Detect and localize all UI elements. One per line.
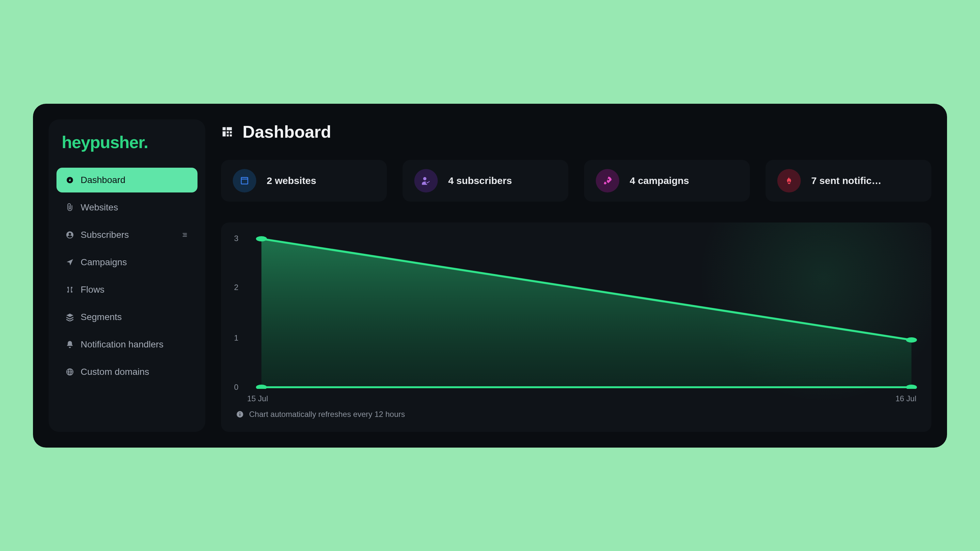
sidebar-item-custom-domains[interactable]: Custom domains	[56, 359, 197, 384]
stat-card-subscribers[interactable]: 4 subscribers	[402, 160, 568, 202]
sidebar-item-label: Websites	[81, 202, 118, 213]
layers-icon	[65, 313, 74, 321]
app-window: heypusher. Dashboard Websites Subscriber…	[33, 104, 947, 448]
stat-card-websites[interactable]: 2 websites	[221, 160, 387, 202]
sidebar-item-label: Notification handlers	[81, 339, 164, 350]
svg-rect-5	[240, 414, 240, 416]
sidebar-item-label: Custom domains	[81, 367, 149, 377]
stat-card-notifications[interactable]: 7 sent notific…	[765, 160, 931, 202]
sidebar-item-flows[interactable]: Flows	[56, 277, 197, 302]
window-icon	[233, 169, 256, 192]
stat-label: 2 websites	[267, 175, 316, 186]
stats-row: 2 websites 4 subscribers 4 campaigns 7 s…	[221, 160, 931, 202]
svg-point-1	[906, 337, 917, 343]
chart-footer: Chart automatically refreshes every 12 h…	[234, 410, 918, 419]
stat-label: 4 subscribers	[448, 175, 512, 186]
svg-point-0	[256, 236, 267, 241]
location-arrow-icon	[65, 258, 74, 267]
rocket-icon	[596, 169, 619, 192]
svg-rect-6	[240, 412, 240, 413]
info-icon	[236, 410, 244, 418]
user-check-icon	[414, 169, 438, 192]
stat-label: 4 campaigns	[630, 175, 689, 186]
brand-logo: heypusher.	[56, 132, 197, 152]
sidebar-nav: Dashboard Websites Subscribers	[56, 168, 197, 384]
stat-label: 7 sent notific…	[811, 175, 881, 186]
sidebar-item-label: Campaigns	[81, 257, 127, 267]
stat-card-campaigns[interactable]: 4 campaigns	[584, 160, 750, 202]
page-title: Dashboard	[243, 122, 331, 141]
gauge-icon	[65, 176, 74, 184]
chart-footer-text: Chart automatically refreshes every 12 h…	[249, 410, 405, 419]
sidebar-item-label: Segments	[81, 312, 122, 322]
paperclip-icon	[65, 203, 74, 212]
sidebar-item-websites[interactable]: Websites	[56, 195, 197, 220]
main-content: Dashboard 2 websites 4 subscribers 4 cam	[221, 119, 931, 432]
sidebar-item-label: Subscribers	[81, 230, 129, 240]
sidebar-item-notification-handlers[interactable]: Notification handlers	[56, 332, 197, 357]
globe-icon	[65, 368, 74, 376]
page-header: Dashboard	[221, 122, 931, 141]
user-circle-icon	[65, 231, 74, 239]
sidebar: heypusher. Dashboard Websites Subscriber…	[49, 119, 205, 432]
sidebar-item-campaigns[interactable]: Campaigns	[56, 250, 197, 275]
flame-icon	[777, 169, 801, 192]
sidebar-item-segments[interactable]: Segments	[56, 305, 197, 329]
menu-lines-icon[interactable]	[181, 231, 188, 238]
chart-svg	[234, 235, 918, 389]
flow-icon	[65, 286, 74, 294]
grid-icon	[221, 125, 234, 138]
x-axis-labels: 15 Jul 16 Jul	[234, 394, 918, 403]
x-label: 15 Jul	[247, 394, 268, 403]
x-label: 16 Jul	[896, 394, 916, 403]
sidebar-item-label: Flows	[81, 284, 105, 295]
chart-area: 3 2 1 0	[234, 235, 918, 389]
bell-icon	[65, 340, 74, 349]
sidebar-item-label: Dashboard	[81, 175, 126, 185]
sidebar-item-dashboard[interactable]: Dashboard	[56, 168, 197, 192]
sidebar-item-subscribers[interactable]: Subscribers	[56, 222, 197, 247]
chart-card: 3 2 1 0	[221, 222, 931, 432]
